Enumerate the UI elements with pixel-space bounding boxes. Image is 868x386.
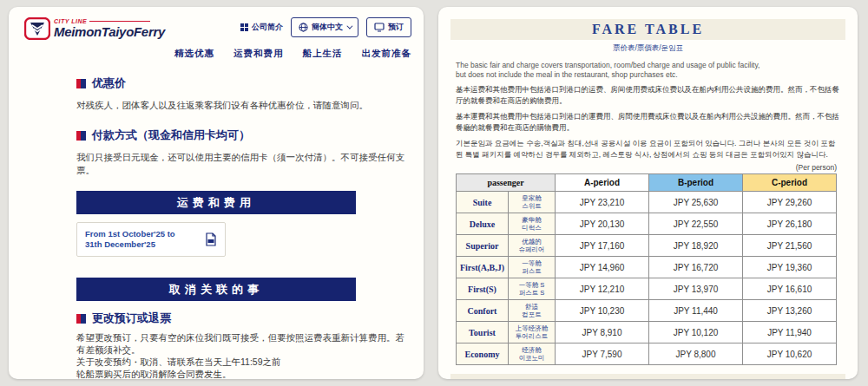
- fare-table-row: Tourist 上等经济舱 투어리스트 JPY 8,910 JPY 10,120…: [457, 322, 837, 343]
- change-body-line: 希望更改预订，只要有空的床位我们既可接受，但要按照运费表重新计算费用。若有差额须…: [76, 331, 410, 356]
- cabin-class-kr: 디럭스: [509, 224, 555, 232]
- fare-a-period: JPY 8,910: [556, 322, 649, 343]
- cabin-class-kr: 퍼스트 S: [509, 289, 555, 298]
- fare-table-row: First(A,B,J) 一等舱 퍼스트 JPY 14,960 JPY 16,7…: [457, 257, 837, 278]
- fare-a-period: JPY 20,130: [556, 213, 649, 235]
- booking-label: 预订: [388, 22, 404, 33]
- fare-table-row: Confort 舒适 컴포트 JPY 10,230 JPY 11,440 JPY…: [457, 300, 837, 322]
- cabin-class-cn: 经济舱: [509, 346, 555, 355]
- per-person-note: (Per person): [438, 163, 837, 172]
- pdf-icon: [205, 232, 217, 246]
- cabin-class-name: First(A,B,J): [457, 257, 509, 278]
- fare-a-period: JPY 14,960: [556, 257, 649, 278]
- fare-table-body: Suite 皇家舱 스위트 JPY 23,210 JPY 25,630 JPY …: [457, 192, 837, 365]
- fare-b-period: JPY 10,120: [649, 322, 743, 343]
- change-body-line: 关于改变预约・取消、请联系在当天上午11:59之前: [76, 356, 410, 368]
- nav-item[interactable]: 出发前准备: [362, 48, 412, 60]
- ferry-funnel-logo-icon: [24, 17, 50, 40]
- section-bullet-icon: [76, 131, 86, 141]
- fare-table-title: FARE TABLE: [592, 22, 704, 37]
- monitor-icon: [374, 23, 385, 32]
- fare-a-period: JPY 17,160: [556, 235, 649, 257]
- cabin-class-name: Confort: [457, 300, 509, 322]
- cabin-class-kr: 슈페리어: [509, 245, 555, 254]
- change-section-title: 更改预订或退票: [76, 311, 410, 326]
- fare-table-title-band: FARE TABLE: [450, 19, 845, 40]
- fare-b-period: JPY 8,800: [649, 343, 743, 365]
- fare-table-row: Superior 优越的 슈페리어 JPY 17,160 JPY 18,920 …: [457, 235, 837, 257]
- cabin-class-translation: 豪华舱 디럭스: [509, 213, 556, 235]
- change-section-body: 希望更改预订，只要有空的床位我们既可接受，但要按照运费表重新计算费用。若有差额须…: [76, 331, 410, 379]
- grid-icon: [240, 23, 248, 31]
- fare-table-row: Suite 皇家舱 스위트 JPY 23,210 JPY 25,630 JPY …: [457, 192, 837, 213]
- fare-c-period: JPY 10,620: [743, 343, 837, 365]
- fare-a-period: JPY 12,210: [556, 278, 649, 300]
- cabin-class-kr: 퍼스트: [509, 267, 555, 276]
- cabin-class-translation: 舒适 컴포트: [509, 300, 556, 322]
- city-line-label: CITY LINE: [54, 18, 87, 24]
- chevron-down-icon: [346, 23, 352, 29]
- vehicles-title-band: FARE AND CHARGES FOR VEHICLES: [450, 374, 845, 379]
- fare-c-period: JPY 11,940: [743, 322, 837, 343]
- col-passenger: passenger: [457, 174, 556, 192]
- cabin-class-cn: 一等舱: [509, 259, 555, 268]
- logo-rule: [89, 21, 150, 22]
- brand-logo[interactable]: CITY LINE MeimonTaiyoFerry: [24, 17, 165, 40]
- col-a-period: A-period: [556, 174, 649, 192]
- cabin-class-kr: 투어리스트: [509, 332, 555, 341]
- intro-chinese-traditional: 基本運費和其他費用中包括港口到港口的運費用、房間使用費或床位費以及在船內利用公共…: [456, 111, 840, 134]
- fare-b-period: JPY 11,440: [649, 300, 743, 322]
- col-c-period: C-period: [743, 174, 837, 192]
- change-body-line: 轮船票购买后的取消解除合同费发生。: [76, 368, 410, 379]
- section-bullet-icon: [76, 79, 86, 88]
- fare-b-period: JPY 16,720: [649, 257, 743, 278]
- vehicles-title: FARE AND CHARGES FOR VEHICLES: [485, 376, 810, 379]
- col-b-period: B-period: [649, 174, 743, 192]
- fare-a-period: JPY 23,210: [556, 192, 649, 213]
- fare-table: passenger A-period B-period C-period Sui…: [456, 173, 837, 365]
- nav-item[interactable]: 精选优惠: [174, 48, 214, 60]
- site-header: CITY LINE MeimonTaiyoFerry 公司简介 簡体中文: [9, 7, 424, 60]
- discount-section-title: 优惠价: [76, 75, 410, 91]
- cabin-class-cn: 豪华舱: [509, 216, 555, 225]
- cabin-class-translation: 皇家舱 스위트: [509, 192, 556, 213]
- intro-chinese-simplified: 基本运费和其他费用中包括港口到港口的运费、房间使用费或床位费以及在船内利用公共设…: [456, 84, 840, 107]
- booking-button[interactable]: 预订: [366, 17, 411, 37]
- cabin-class-translation: 经济舱 이코노미: [509, 343, 556, 365]
- cabin-class-translation: 一等舱 S 퍼스트 S: [509, 278, 556, 300]
- fare-b-period: JPY 22,550: [649, 213, 743, 235]
- cabin-class-kr: 이코노미: [509, 354, 555, 363]
- globe-icon: [299, 23, 308, 32]
- main-nav: 精选优惠运费和费用船上生活出发前准备: [24, 48, 411, 60]
- cabin-class-name: Deluxe: [457, 213, 509, 235]
- nav-item[interactable]: 运费和费用: [233, 48, 284, 60]
- nav-item[interactable]: 船上生活: [303, 48, 343, 60]
- company-profile-label: 公司简介: [252, 22, 283, 33]
- fare-a-period: JPY 10,230: [556, 300, 649, 322]
- fare-a-period: JPY 7,590: [556, 343, 649, 365]
- cabin-class-kr: 컴포트: [509, 311, 555, 319]
- language-label: 簡体中文: [312, 22, 343, 33]
- fare-c-period: JPY 16,610: [743, 278, 837, 300]
- intro-english: The basic fair and charge covers transpo…: [456, 61, 840, 80]
- fare-b-period: JPY 13,970: [649, 278, 743, 300]
- fare-c-period: JPY 13,260: [743, 300, 837, 322]
- cabin-class-cn: 一等舱 S: [509, 281, 555, 290]
- ferry-info-page: CITY LINE MeimonTaiyoFerry 公司简介 簡体中文: [9, 7, 424, 379]
- cabin-class-cn: 优越的: [509, 238, 555, 246]
- brand-name: MeimonTaiyoFerry: [54, 24, 165, 39]
- payment-section-body: 我们只接受日元现金，还可以使用主要的信用卡（须一次付清）。不可接受任何支票。: [76, 151, 410, 177]
- cabin-class-translation: 上等经济舱 투어리스트: [509, 322, 556, 343]
- cabin-class-kr: 스위트: [509, 202, 555, 211]
- language-selector[interactable]: 簡体中文: [291, 17, 358, 37]
- fare-c-period: JPY 21,560: [743, 235, 837, 257]
- cabin-class-name: Suite: [457, 192, 509, 213]
- intro-english-line: The basic fair and charge covers transpo…: [456, 61, 840, 70]
- fare-table-header-row: passenger A-period B-period C-period: [457, 174, 837, 192]
- fare-period-pdf-link[interactable]: From 1st October'25 to 31th December'25: [76, 222, 226, 257]
- fare-table-page: FARE TABLE 票价表/票價表/운임표 The basic fair an…: [438, 7, 858, 379]
- fare-c-period: JPY 19,360: [743, 257, 837, 278]
- company-profile-link[interactable]: 公司简介: [240, 22, 283, 33]
- discount-section-body: 对残疾人，团体客人以及往返乘客我们设有各种优惠价位，请随意询问。: [76, 99, 410, 112]
- payment-section-title: 付款方式（现金和信用卡均可）: [76, 128, 410, 143]
